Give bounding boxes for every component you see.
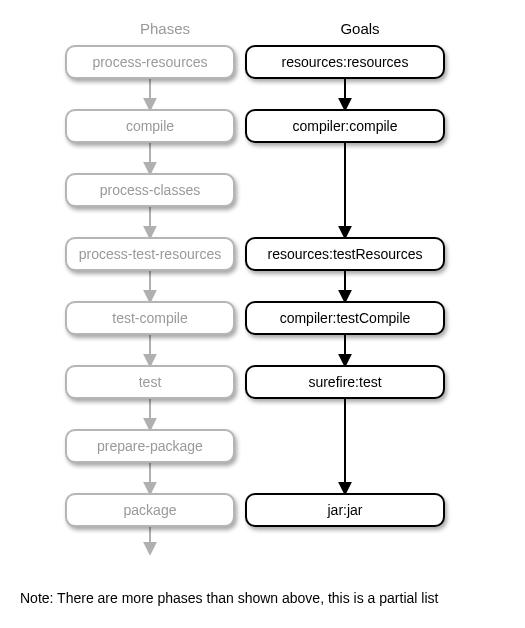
goal-node: resources:testResources	[245, 237, 445, 271]
goal-node: jar:jar	[245, 493, 445, 527]
goals-column-header: Goals	[260, 20, 460, 37]
phase-label: test-compile	[112, 310, 187, 326]
goal-node: compiler:compile	[245, 109, 445, 143]
goal-node: resources:resources	[245, 45, 445, 79]
goal-label: resources:testResources	[268, 246, 423, 262]
phase-label: process-resources	[92, 54, 207, 70]
phase-label: compile	[126, 118, 174, 134]
phase-node: process-test-resources	[65, 237, 235, 271]
phase-node: process-resources	[65, 45, 235, 79]
phases-column-header: Phases	[80, 20, 250, 37]
phase-node: package	[65, 493, 235, 527]
phase-label: package	[124, 502, 177, 518]
phase-label: test	[139, 374, 162, 390]
phase-node: test	[65, 365, 235, 399]
footnote: Note: There are more phases than shown a…	[20, 590, 505, 606]
phase-node: prepare-package	[65, 429, 235, 463]
phase-label: process-classes	[100, 182, 200, 198]
phase-label: process-test-resources	[79, 246, 221, 262]
goal-node: compiler:testCompile	[245, 301, 445, 335]
goal-label: jar:jar	[327, 502, 362, 518]
goal-label: surefire:test	[308, 374, 381, 390]
goal-label: resources:resources	[282, 54, 409, 70]
goal-label: compiler:compile	[292, 118, 397, 134]
goal-label: compiler:testCompile	[280, 310, 411, 326]
phase-label: prepare-package	[97, 438, 203, 454]
phase-node: process-classes	[65, 173, 235, 207]
goal-node: surefire:test	[245, 365, 445, 399]
phase-node: test-compile	[65, 301, 235, 335]
phase-node: compile	[65, 109, 235, 143]
lifecycle-diagram: Phases Goals process-resourcescompilepro…	[20, 20, 505, 580]
